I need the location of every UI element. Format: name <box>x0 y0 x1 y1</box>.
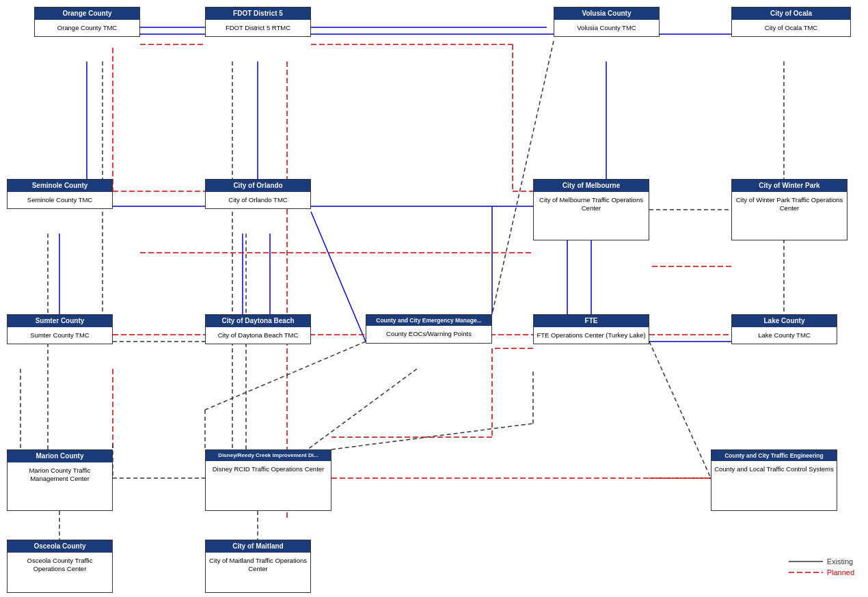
node-lake-county: Lake County Lake County TMC <box>731 314 837 344</box>
node-sumter-body: Sumter County TMC <box>8 327 112 344</box>
node-volusia-county: Volusia County Volusia County TMC <box>554 7 660 37</box>
node-city-of-ocala: City of Ocala City of Ocala TMC <box>731 7 851 37</box>
node-disney-body: Disney RCID Traffic Operations Center <box>206 461 331 477</box>
node-orlando-header: City of Orlando <box>206 180 310 192</box>
node-city-of-melbourne: City of Melbourne City of Melbourne Traf… <box>533 179 649 240</box>
node-sumter-header: Sumter County <box>8 315 112 327</box>
node-marion-body: Marion County Traffic Management Center <box>8 462 112 488</box>
node-ocala-body: City of Ocala TMC <box>732 20 850 36</box>
node-daytona-header: City of Daytona Beach <box>206 315 310 327</box>
node-sumter-county: Sumter County Sumter County TMC <box>7 314 113 344</box>
node-fte: FTE FTE Operations Center (Turkey Lake) <box>533 314 649 344</box>
node-fte-header: FTE <box>534 315 649 327</box>
node-orange-county: Orange County Orange County TMC <box>34 7 140 37</box>
node-melbourne-body: City of Melbourne Traffic Operations Cen… <box>534 192 649 217</box>
node-county-traffic-header: County and City Traffic Engineering <box>711 450 837 461</box>
node-maitland-body: City of Maitland Traffic Operations Cent… <box>206 553 310 578</box>
node-city-daytona: City of Daytona Beach City of Daytona Be… <box>205 314 311 344</box>
node-melbourne-header: City of Melbourne <box>534 180 649 192</box>
legend-planned-label: Planned <box>827 568 854 577</box>
svg-line-42 <box>205 342 366 410</box>
node-osceola-header: Osceola County <box>8 540 112 553</box>
node-fdot-header: FDOT District 5 <box>206 8 310 20</box>
node-seminole-body: Seminole County TMC <box>8 192 112 208</box>
node-volusia-body: Volusia County TMC <box>554 20 659 36</box>
node-lake-header: Lake County <box>732 315 837 327</box>
node-disney-rcid: Disney/Reedy Creek Improvement Di... Dis… <box>205 449 331 511</box>
svg-line-9 <box>311 212 366 342</box>
legend: Existing Planned <box>789 557 854 577</box>
node-fdot-district5: FDOT District 5 FDOT District 5 RTMC <box>205 7 311 37</box>
legend-planned: Planned <box>789 568 854 577</box>
node-marion-county: Marion County Marion County Traffic Mana… <box>7 449 113 511</box>
node-fte-body: FTE Operations Center (Turkey Lake) <box>534 327 649 344</box>
svg-line-22 <box>308 369 417 449</box>
node-osceola-body: Osceola County Traffic Operations Center <box>8 553 112 578</box>
node-emergency-header: County and City Emergency Manage... <box>366 315 491 326</box>
node-emergency-body: County EOCs/Warning Points <box>366 326 491 342</box>
node-city-of-maitland: City of Maitland City of Maitland Traffi… <box>205 540 311 593</box>
node-seminole-header: Seminole County <box>8 180 112 192</box>
node-osceola-county: Osceola County Osceola County Traffic Op… <box>7 540 113 593</box>
node-volusia-header: Volusia County <box>554 8 659 20</box>
svg-line-13 <box>492 41 554 314</box>
node-city-of-winter-park: City of Winter Park City of Winter Park … <box>731 179 847 240</box>
node-lake-body: Lake County TMC <box>732 327 837 344</box>
svg-line-18 <box>649 342 711 478</box>
node-marion-header: Marion County <box>8 450 112 462</box>
node-orange-county-body: Orange County TMC <box>35 20 139 36</box>
legend-existing: Existing <box>789 557 854 566</box>
node-orange-county-header: Orange County <box>35 8 139 20</box>
node-maitland-header: City of Maitland <box>206 540 310 553</box>
node-county-city-emergency: County and City Emergency Manage... Coun… <box>366 314 492 344</box>
node-ocala-header: City of Ocala <box>732 8 850 20</box>
node-daytona-body: City of Daytona Beach TMC <box>206 327 310 344</box>
node-orlando-body: City of Orlando TMC <box>206 192 310 208</box>
node-county-traffic-body: County and Local Traffic Control Systems <box>711 461 837 477</box>
node-fdot-body: FDOT District 5 RTMC <box>206 20 310 36</box>
node-seminole-county: Seminole County Seminole County TMC <box>7 179 113 209</box>
node-county-city-traffic: County and City Traffic Engineering Coun… <box>711 449 837 511</box>
node-winter-park-body: City of Winter Park Traffic Operations C… <box>732 192 847 217</box>
diagram-container: Orange County Orange County TMC FDOT Dis… <box>0 0 868 597</box>
node-winter-park-header: City of Winter Park <box>732 180 847 192</box>
node-disney-header: Disney/Reedy Creek Improvement Di... <box>206 450 331 461</box>
legend-existing-label: Existing <box>827 557 854 566</box>
svg-line-47 <box>331 424 533 449</box>
node-city-of-orlando: City of Orlando City of Orlando TMC <box>205 179 311 209</box>
